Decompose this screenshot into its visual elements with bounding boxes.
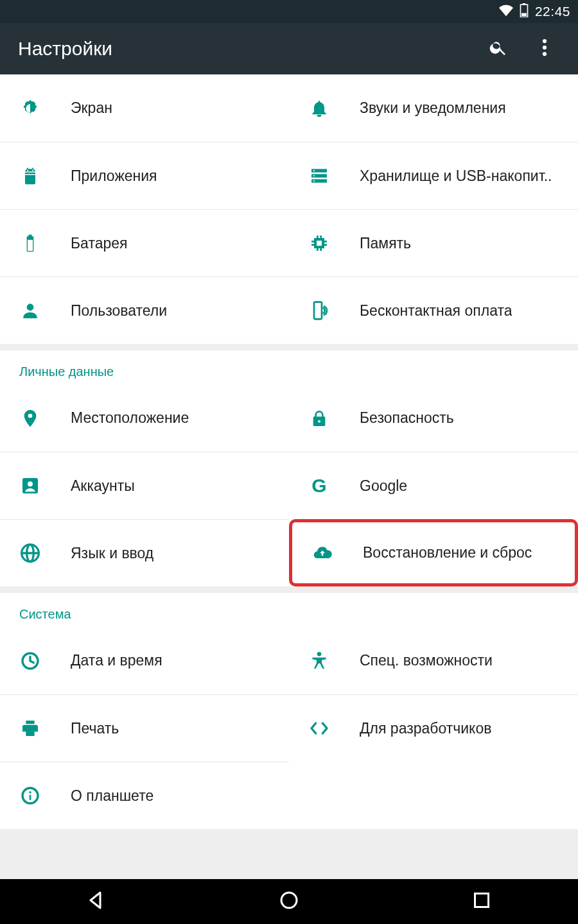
item-label: Восстановление и сброс <box>363 544 532 561</box>
recent-icon <box>470 889 493 914</box>
status-bar: 22:45 <box>0 0 578 23</box>
item-label: Для разработчиков <box>360 720 491 737</box>
settings-content: Экран Звуки и уведомления Приложения Хра… <box>0 74 578 879</box>
svg-rect-14 <box>317 241 322 246</box>
status-time: 22:45 <box>535 4 570 19</box>
item-label: Язык и ввод <box>71 545 153 562</box>
item-sound[interactable]: Звуки и уведомления <box>289 74 578 142</box>
svg-point-5 <box>543 52 547 56</box>
brightness-icon <box>19 98 41 119</box>
item-label: Местоположение <box>71 409 189 427</box>
item-users[interactable]: Пользователи <box>0 277 289 344</box>
bell-icon <box>308 98 330 119</box>
item-developer[interactable]: Для разработчиков <box>289 694 578 762</box>
location-icon <box>19 407 41 429</box>
page-title: Настройки <box>18 38 468 60</box>
nav-back-button[interactable] <box>64 886 128 918</box>
item-print[interactable]: Печать <box>0 694 289 762</box>
item-memory[interactable]: Память <box>289 209 578 277</box>
item-about[interactable]: О планшете <box>0 762 289 829</box>
item-label: Память <box>360 235 411 252</box>
item-label: Бесконтактная оплата <box>360 302 512 320</box>
svg-point-18 <box>28 481 33 486</box>
item-display[interactable]: Экран <box>0 74 289 142</box>
item-label: Экран <box>71 99 112 117</box>
back-icon <box>85 889 108 914</box>
item-security[interactable]: Безопасность <box>289 384 578 452</box>
item-label: Печать <box>71 720 119 737</box>
tap-and-play-icon <box>308 300 330 321</box>
item-google[interactable]: G Google <box>289 452 578 519</box>
svg-point-7 <box>32 169 33 171</box>
battery-icon <box>520 3 529 20</box>
item-tap-pay[interactable]: Бесконтактная оплата <box>289 277 578 344</box>
memory-icon <box>308 232 330 254</box>
item-backup-reset[interactable]: Восстановление и сброс <box>289 519 578 586</box>
nav-recent-button[interactable] <box>450 886 514 918</box>
svg-point-25 <box>29 791 31 793</box>
svg-point-11 <box>313 170 315 171</box>
print-icon <box>19 717 41 739</box>
android-icon <box>19 165 41 187</box>
search-button[interactable] <box>483 33 514 64</box>
svg-rect-26 <box>30 795 31 800</box>
item-label: Безопасность <box>360 409 454 427</box>
more-vert-icon <box>542 38 547 60</box>
item-label: Приложения <box>71 167 157 185</box>
cloud-upload-icon <box>311 542 333 564</box>
overflow-button[interactable] <box>529 33 560 64</box>
item-label: Дата и время <box>71 652 162 669</box>
section-system: Система Дата и время Спец. возможности П… <box>0 593 578 829</box>
section-header-personal: Личные данные <box>0 350 578 384</box>
item-label: Звуки и уведомления <box>360 99 506 117</box>
svg-point-6 <box>27 169 28 171</box>
navigation-bar <box>0 879 578 924</box>
info-icon <box>19 785 41 807</box>
wifi-icon <box>499 3 513 20</box>
svg-point-23 <box>317 652 322 656</box>
item-label: Хранилище и USB-накопит.. <box>360 167 552 185</box>
item-location[interactable]: Местоположение <box>0 384 289 452</box>
item-label: Спец. возможности <box>360 652 493 669</box>
item-apps[interactable]: Приложения <box>0 142 289 209</box>
accessibility-icon <box>308 650 330 672</box>
svg-point-12 <box>313 175 315 176</box>
item-label: Аккаунты <box>71 477 135 495</box>
lock-icon <box>308 407 330 429</box>
battery-icon <box>19 232 41 254</box>
svg-point-4 <box>543 46 547 49</box>
storage-icon <box>308 165 330 187</box>
item-label: О планшете <box>71 787 153 805</box>
section-header-system: Система <box>0 593 578 627</box>
item-language[interactable]: Язык и ввод <box>0 519 289 586</box>
svg-point-27 <box>281 893 297 908</box>
developer-icon <box>308 717 330 739</box>
nav-home-button[interactable] <box>257 886 321 918</box>
app-bar: Настройки <box>0 23 578 74</box>
svg-point-15 <box>27 304 34 311</box>
item-accessibility[interactable]: Спец. возможности <box>289 627 578 694</box>
item-battery[interactable]: Батарея <box>0 209 289 277</box>
item-datetime[interactable]: Дата и время <box>0 627 289 694</box>
svg-point-3 <box>543 39 547 43</box>
google-icon: G <box>308 475 330 497</box>
item-accounts[interactable]: Аккаунты <box>0 452 289 519</box>
account-box-icon <box>19 475 41 497</box>
svg-rect-16 <box>314 302 322 320</box>
item-label: Пользователи <box>71 302 167 320</box>
person-icon <box>19 300 41 321</box>
item-label: Google <box>360 477 407 495</box>
svg-rect-28 <box>475 894 489 907</box>
search-icon <box>489 38 508 60</box>
clock-icon <box>19 650 41 672</box>
item-label: Батарея <box>71 235 128 252</box>
svg-point-13 <box>313 180 315 182</box>
home-icon <box>277 889 301 914</box>
section-device: Экран Звуки и уведомления Приложения Хра… <box>0 74 578 344</box>
item-storage[interactable]: Хранилище и USB-накопит.. <box>289 142 578 209</box>
globe-icon <box>19 542 41 564</box>
section-personal: Личные данные Местоположение Безопасност… <box>0 350 578 586</box>
svg-rect-2 <box>521 13 527 16</box>
